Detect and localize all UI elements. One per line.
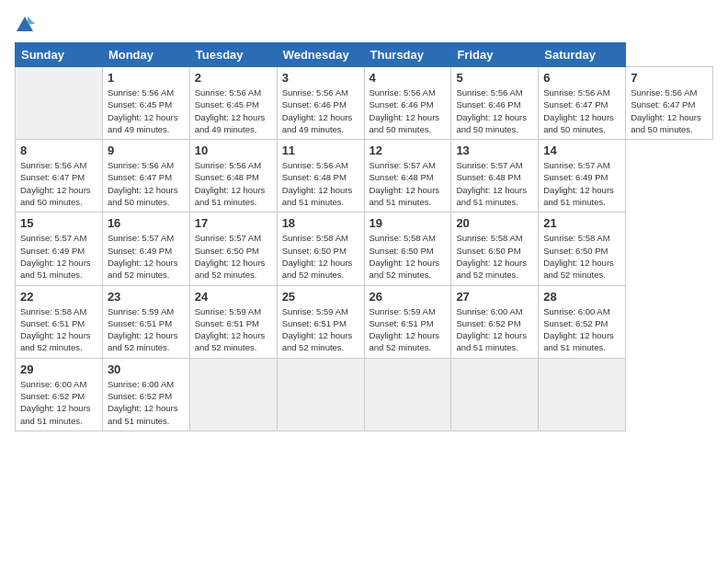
day-number: 28 — [543, 290, 620, 304]
day-number: 27 — [456, 290, 533, 304]
day-cell: 18Sunrise: 5:58 AM Sunset: 6:50 PM Dayli… — [277, 213, 364, 285]
day-cell: 11Sunrise: 5:56 AM Sunset: 6:48 PM Dayli… — [277, 140, 364, 213]
day-cell-empty — [16, 67, 103, 140]
day-number: 2 — [195, 71, 272, 85]
day-cell: 5Sunrise: 5:56 AM Sunset: 6:46 PM Daylig… — [451, 67, 539, 140]
day-number: 15 — [20, 216, 97, 230]
day-cell: 9Sunrise: 5:56 AM Sunset: 6:47 PM Daylig… — [102, 140, 189, 213]
day-cell: 24Sunrise: 5:59 AM Sunset: 6:51 PM Dayli… — [189, 285, 277, 358]
day-info: Sunrise: 5:56 AM Sunset: 6:46 PM Dayligh… — [282, 86, 359, 135]
day-info: Sunrise: 6:00 AM Sunset: 6:52 PM Dayligh… — [543, 305, 620, 354]
day-info: Sunrise: 5:57 AM Sunset: 6:50 PM Dayligh… — [195, 232, 272, 281]
day-number: 24 — [195, 290, 272, 304]
day-info: Sunrise: 5:56 AM Sunset: 6:46 PM Dayligh… — [370, 86, 447, 135]
week-row-5: 29Sunrise: 6:00 AM Sunset: 6:52 PM Dayli… — [16, 358, 713, 431]
day-cell — [451, 358, 539, 431]
day-number: 1 — [108, 71, 185, 85]
day-number: 14 — [543, 144, 620, 157]
day-number: 30 — [108, 362, 185, 376]
day-cell: 25Sunrise: 5:59 AM Sunset: 6:51 PM Dayli… — [277, 285, 364, 358]
day-cell: 3Sunrise: 5:56 AM Sunset: 6:46 PM Daylig… — [277, 67, 364, 140]
day-cell: 28Sunrise: 6:00 AM Sunset: 6:52 PM Dayli… — [539, 285, 626, 358]
day-cell: 16Sunrise: 5:57 AM Sunset: 6:49 PM Dayli… — [102, 213, 189, 285]
day-cell: 13Sunrise: 5:57 AM Sunset: 6:48 PM Dayli… — [451, 140, 539, 213]
week-row-2: 8Sunrise: 5:56 AM Sunset: 6:47 PM Daylig… — [16, 140, 713, 213]
day-number: 17 — [195, 216, 272, 230]
day-cell: 22Sunrise: 5:58 AM Sunset: 6:51 PM Dayli… — [16, 285, 103, 358]
day-number: 25 — [282, 290, 359, 304]
day-cell: 6Sunrise: 5:56 AM Sunset: 6:47 PM Daylig… — [539, 67, 626, 140]
day-info: Sunrise: 6:00 AM Sunset: 6:52 PM Dayligh… — [20, 378, 97, 427]
day-number: 16 — [108, 216, 185, 230]
day-cell: 12Sunrise: 5:57 AM Sunset: 6:48 PM Dayli… — [364, 140, 451, 213]
day-cell: 20Sunrise: 5:58 AM Sunset: 6:50 PM Dayli… — [451, 213, 539, 285]
day-cell: 2Sunrise: 5:56 AM Sunset: 6:45 PM Daylig… — [189, 67, 277, 140]
day-cell: 4Sunrise: 5:56 AM Sunset: 6:46 PM Daylig… — [364, 67, 451, 140]
day-number: 8 — [20, 144, 97, 157]
day-info: Sunrise: 5:58 AM Sunset: 6:50 PM Dayligh… — [282, 232, 359, 281]
day-info: Sunrise: 5:56 AM Sunset: 6:47 PM Dayligh… — [631, 86, 708, 135]
day-info: Sunrise: 5:58 AM Sunset: 6:50 PM Dayligh… — [370, 232, 447, 281]
day-info: Sunrise: 5:58 AM Sunset: 6:50 PM Dayligh… — [543, 232, 620, 281]
day-info: Sunrise: 5:56 AM Sunset: 6:47 PM Dayligh… — [108, 159, 185, 208]
day-number: 20 — [456, 216, 533, 230]
day-cell: 19Sunrise: 5:58 AM Sunset: 6:50 PM Dayli… — [364, 213, 451, 285]
day-info: Sunrise: 5:56 AM Sunset: 6:45 PM Dayligh… — [108, 86, 185, 135]
day-number: 4 — [370, 71, 447, 85]
day-number: 9 — [108, 144, 185, 157]
column-header-sunday: Sunday — [16, 43, 103, 67]
day-info: Sunrise: 5:59 AM Sunset: 6:51 PM Dayligh… — [370, 305, 447, 354]
day-number: 22 — [20, 290, 97, 304]
header-row: SundayMondayTuesdayWednesdayThursdayFrid… — [16, 43, 713, 67]
calendar-table: SundayMondayTuesdayWednesdayThursdayFrid… — [15, 42, 713, 431]
day-cell: 21Sunrise: 5:58 AM Sunset: 6:50 PM Dayli… — [539, 213, 626, 285]
day-number: 3 — [282, 71, 359, 85]
column-header-wednesday: Wednesday — [277, 43, 364, 67]
day-number: 6 — [543, 71, 620, 85]
day-info: Sunrise: 5:56 AM Sunset: 6:48 PM Dayligh… — [195, 159, 272, 208]
week-row-4: 22Sunrise: 5:58 AM Sunset: 6:51 PM Dayli… — [16, 285, 713, 358]
day-cell: 23Sunrise: 5:59 AM Sunset: 6:51 PM Dayli… — [102, 285, 189, 358]
day-cell: 7Sunrise: 5:56 AM Sunset: 6:47 PM Daylig… — [626, 67, 713, 140]
day-cell — [364, 358, 451, 431]
logo — [15, 15, 39, 35]
column-header-monday: Monday — [102, 43, 189, 67]
day-cell — [277, 358, 364, 431]
day-cell — [189, 358, 277, 431]
day-info: Sunrise: 5:59 AM Sunset: 6:51 PM Dayligh… — [282, 305, 359, 354]
day-number: 12 — [370, 144, 447, 157]
day-cell: 8Sunrise: 5:56 AM Sunset: 6:47 PM Daylig… — [16, 140, 103, 213]
day-cell: 10Sunrise: 5:56 AM Sunset: 6:48 PM Dayli… — [189, 140, 277, 213]
day-info: Sunrise: 5:57 AM Sunset: 6:48 PM Dayligh… — [456, 159, 533, 208]
day-number: 29 — [20, 362, 97, 376]
day-info: Sunrise: 5:56 AM Sunset: 6:46 PM Dayligh… — [456, 86, 533, 135]
day-cell — [539, 358, 626, 431]
day-number: 5 — [456, 71, 533, 85]
day-number: 21 — [543, 216, 620, 230]
day-info: Sunrise: 5:58 AM Sunset: 6:51 PM Dayligh… — [20, 305, 97, 354]
column-header-saturday: Saturday — [539, 43, 626, 67]
day-cell: 14Sunrise: 5:57 AM Sunset: 6:49 PM Dayli… — [539, 140, 626, 213]
day-info: Sunrise: 6:00 AM Sunset: 6:52 PM Dayligh… — [108, 378, 185, 427]
page-header — [15, 15, 713, 35]
day-number: 18 — [282, 216, 359, 230]
day-cell: 17Sunrise: 5:57 AM Sunset: 6:50 PM Dayli… — [189, 213, 277, 285]
svg-marker-1 — [28, 17, 35, 24]
week-row-1: 1Sunrise: 5:56 AM Sunset: 6:45 PM Daylig… — [16, 67, 713, 140]
day-info: Sunrise: 5:56 AM Sunset: 6:48 PM Dayligh… — [282, 159, 359, 208]
day-cell: 1Sunrise: 5:56 AM Sunset: 6:45 PM Daylig… — [102, 67, 189, 140]
day-number: 19 — [370, 216, 447, 230]
day-cell: 27Sunrise: 6:00 AM Sunset: 6:52 PM Dayli… — [451, 285, 539, 358]
day-number: 10 — [195, 144, 272, 157]
week-row-3: 15Sunrise: 5:57 AM Sunset: 6:49 PM Dayli… — [16, 213, 713, 285]
day-info: Sunrise: 5:57 AM Sunset: 6:49 PM Dayligh… — [20, 232, 97, 281]
day-cell: 15Sunrise: 5:57 AM Sunset: 6:49 PM Dayli… — [16, 213, 103, 285]
day-info: Sunrise: 5:57 AM Sunset: 6:49 PM Dayligh… — [108, 232, 185, 281]
day-number: 11 — [282, 144, 359, 157]
column-header-thursday: Thursday — [364, 43, 451, 67]
day-info: Sunrise: 5:59 AM Sunset: 6:51 PM Dayligh… — [195, 305, 272, 354]
day-number: 13 — [456, 144, 533, 157]
day-cell: 29Sunrise: 6:00 AM Sunset: 6:52 PM Dayli… — [16, 358, 103, 431]
day-info: Sunrise: 5:57 AM Sunset: 6:49 PM Dayligh… — [543, 159, 620, 208]
day-number: 7 — [631, 71, 708, 85]
